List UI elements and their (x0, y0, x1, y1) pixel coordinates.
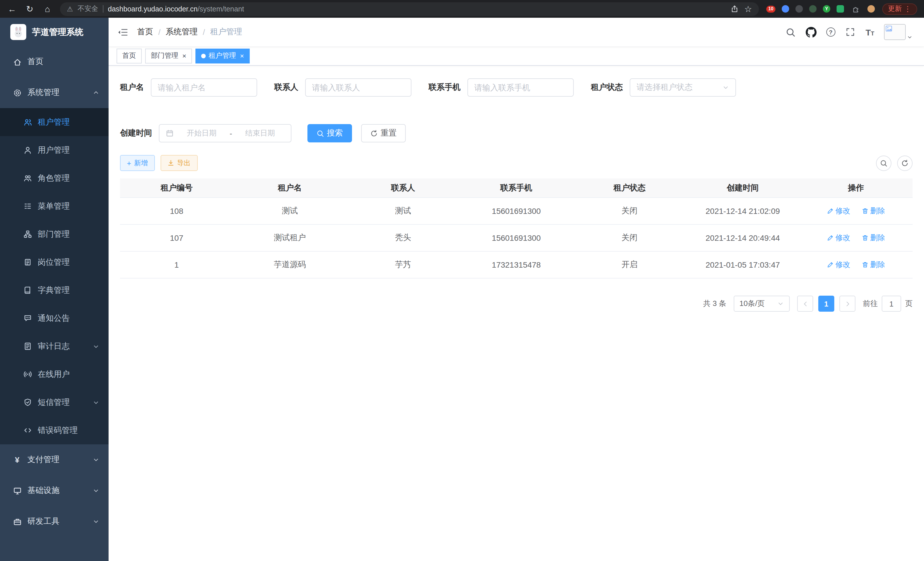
sidebar: 芋道管理系统 首页 系统管理 租户管理 用户管理 (0, 18, 109, 561)
gear-icon (13, 88, 22, 97)
sidebar-item-payment[interactable]: ¥ 支付管理 (0, 444, 109, 475)
tenant-table: 租户编号 租户名 联系人 联系手机 租户状态 创建时间 操作 108 测试 测试… (120, 178, 913, 278)
extension-icon[interactable] (795, 5, 803, 13)
range-separator: - (230, 129, 232, 138)
delete-button[interactable]: 删除 (862, 233, 885, 243)
sidebar-item-audit-log[interactable]: 审计日志 (0, 332, 109, 360)
close-icon[interactable]: × (182, 52, 186, 59)
next-page-button[interactable] (839, 296, 855, 312)
date-range-picker[interactable]: 开始日期 - 结束日期 (159, 124, 291, 142)
close-icon[interactable]: × (240, 52, 244, 59)
home-nav-icon[interactable]: ⌂ (42, 4, 52, 14)
url-domain: dashboard.yudao.iocoder.cn (108, 5, 198, 13)
status-select[interactable]: 请选择租户状态 (630, 78, 736, 97)
column-header: 租户状态 (573, 183, 686, 193)
delete-button[interactable]: 删除 (862, 260, 885, 270)
edit-button[interactable]: 修改 (827, 260, 850, 270)
sidebar-item-menu-management[interactable]: 菜单管理 (0, 192, 109, 220)
badge-icon (23, 258, 32, 267)
sidebar-logo[interactable]: 芋道管理系统 (0, 18, 109, 46)
sidebar-item-role-management[interactable]: 角色管理 (0, 164, 109, 192)
extension-icon[interactable] (782, 5, 789, 13)
prev-page-button[interactable] (797, 296, 813, 312)
cell-created: 2021-12-14 21:02:09 (686, 206, 799, 216)
browser-update-button[interactable]: 更新 ⋮ (882, 3, 917, 15)
filter-create-time: 创建时间 开始日期 - 结束日期 (120, 124, 291, 142)
collapse-sidebar-icon[interactable] (118, 28, 128, 36)
sidebar-item-system-management[interactable]: 系统管理 (0, 77, 109, 108)
user-icon (23, 146, 32, 155)
url-text[interactable]: dashboard.yudao.iocoder.cn/system/tenant (108, 5, 244, 13)
contact-name-input[interactable] (312, 83, 405, 92)
extension-icon[interactable] (809, 5, 817, 13)
sidebar-item-online-users[interactable]: 在线用户 (0, 360, 109, 388)
goto-page: 前往 页 (863, 296, 913, 312)
export-button-label: 导出 (177, 158, 190, 168)
extension-icon[interactable] (837, 5, 844, 13)
edit-button[interactable]: 修改 (827, 206, 850, 216)
sidebar-item-dept-management[interactable]: 部门管理 (0, 220, 109, 248)
menu-label: 角色管理 (38, 173, 70, 183)
tab-dept-management[interactable]: 部门管理 × (145, 48, 192, 63)
breadcrumb-system[interactable]: 系统管理 (166, 27, 198, 37)
cell-status: 关闭 (573, 206, 686, 216)
github-icon[interactable] (806, 27, 816, 38)
column-header: 操作 (800, 183, 913, 193)
refresh-button[interactable] (897, 155, 913, 171)
share-icon[interactable] (729, 3, 740, 14)
back-icon[interactable]: ← (7, 4, 17, 14)
devtools-icon (13, 517, 22, 526)
sidebar-item-notice[interactable]: 通知公告 (0, 304, 109, 332)
export-button[interactable]: 导出 (160, 155, 197, 171)
contact-mobile-input[interactable] (474, 83, 567, 92)
address-bar[interactable]: ⚠ 不安全 dashboard.yudao.iocoder.cn/system/… (60, 2, 759, 16)
extension-icon[interactable]: Y (823, 5, 830, 13)
breadcrumb-home[interactable]: 首页 (137, 27, 153, 37)
help-question-icon[interactable]: ? (826, 27, 835, 37)
tenant-name-input[interactable] (158, 83, 250, 92)
fullscreen-icon[interactable] (845, 27, 856, 38)
delete-button[interactable]: 删除 (862, 206, 885, 216)
sidebar-item-home[interactable]: 首页 (0, 46, 109, 77)
menu-label: 审计日志 (38, 341, 70, 351)
not-secure-label[interactable]: 不安全 (78, 4, 98, 14)
edit-button[interactable]: 修改 (827, 233, 850, 243)
reset-button[interactable]: 重置 (361, 124, 406, 142)
sidebar-item-error-code[interactable]: 错误码管理 (0, 416, 109, 444)
add-button[interactable]: + 新增 (120, 155, 154, 171)
cell-tenant-id: 107 (120, 233, 233, 242)
table-row: 108 测试 测试 15601691300 关闭 2021-12-14 21:0… (120, 198, 913, 225)
goto-page-input[interactable] (882, 296, 901, 312)
menu-label: 通知公告 (38, 313, 70, 323)
search-button[interactable]: 搜索 (308, 124, 352, 142)
menu-label: 支付管理 (27, 455, 59, 465)
tab-tenant-management[interactable]: 租户管理 × (195, 48, 250, 63)
app-shell: 芋道管理系统 首页 系统管理 租户管理 用户管理 (0, 18, 924, 561)
extension-badge-count[interactable]: 10 (766, 5, 776, 12)
font-size-icon[interactable]: TT (866, 27, 874, 37)
sidebar-item-devtools[interactable]: 研发工具 (0, 506, 109, 537)
profile-avatar-icon[interactable] (867, 5, 875, 13)
field-label: 租户名 (120, 82, 144, 93)
bookmark-star-icon[interactable]: ☆ (744, 4, 752, 14)
field-label: 联系人 (274, 82, 298, 93)
sidebar-item-infrastructure[interactable]: 基础设施 (0, 475, 109, 506)
reload-icon[interactable]: ↻ (25, 4, 35, 14)
page-size-select[interactable]: 10条/页 (734, 296, 790, 312)
sidebar-item-tenant-management[interactable]: 租户管理 (0, 108, 109, 136)
search-icon[interactable] (785, 27, 796, 38)
menu-label: 错误码管理 (38, 425, 78, 435)
sidebar-item-user-management[interactable]: 用户管理 (0, 136, 109, 164)
app-title: 芋道管理系统 (32, 27, 83, 38)
user-menu[interactable] (884, 24, 913, 40)
table-row: 107 测试租户 秃头 15601691300 关闭 2021-12-14 20… (120, 225, 913, 252)
sidebar-item-post-management[interactable]: 岗位管理 (0, 248, 109, 276)
url-path: /system/tenant (198, 5, 244, 13)
sidebar-item-sms-management[interactable]: 短信管理 (0, 388, 109, 416)
page-number-1[interactable]: 1 (818, 296, 834, 312)
avatar[interactable] (884, 24, 906, 40)
toggle-search-button[interactable] (876, 155, 891, 171)
tab-home[interactable]: 首页 (117, 48, 142, 63)
sidebar-item-dict-management[interactable]: 字典管理 (0, 276, 109, 304)
puzzle-extensions-icon[interactable] (850, 3, 861, 14)
